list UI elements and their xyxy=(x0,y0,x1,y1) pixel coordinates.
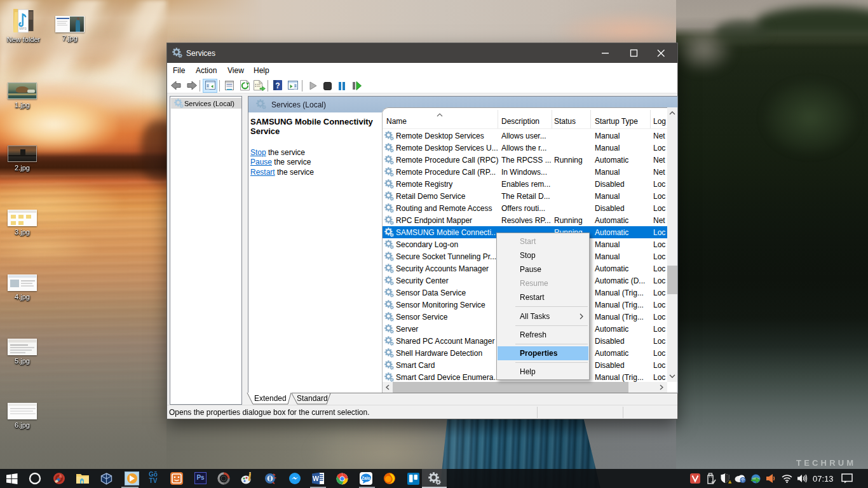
svg-text:Extended: Extended xyxy=(254,394,287,403)
svg-text:Zalo: Zalo xyxy=(362,476,370,480)
svg-text:?: ? xyxy=(275,81,280,90)
svg-text:W: W xyxy=(313,475,319,482)
svg-text:MP3: MP3 xyxy=(19,27,26,30)
svg-text:Standard: Standard xyxy=(297,394,328,403)
